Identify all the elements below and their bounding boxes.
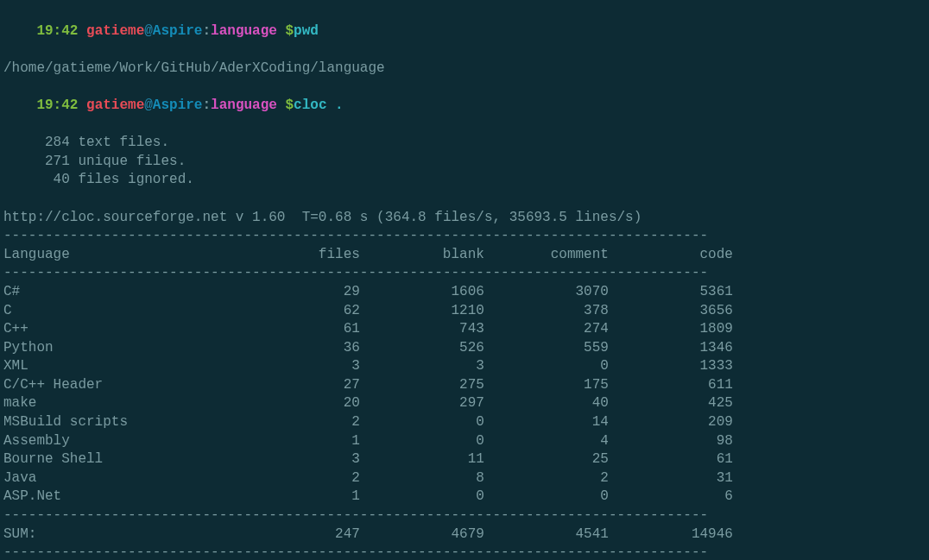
- cell-code: 31: [609, 469, 733, 488]
- cell-comment: 3070: [484, 283, 609, 302]
- cell-code: 5361: [609, 283, 733, 302]
- cell-files: 29: [236, 283, 360, 302]
- cell-blank: 743: [360, 320, 484, 339]
- cell-code: 1346: [609, 339, 733, 358]
- prompt-dollar: $: [277, 23, 294, 39]
- table-row: C/C++ Header27275175611: [3, 376, 733, 395]
- sum-label: SUM:: [3, 525, 236, 544]
- cloc-table: Language files blank comment code: [3, 246, 733, 265]
- table-row: Python365265591346: [3, 339, 733, 358]
- sum-blank: 4679: [360, 525, 484, 544]
- cell-comment: 175: [484, 376, 609, 395]
- cell-language: C: [3, 302, 236, 321]
- blank-line: [3, 190, 926, 209]
- prompt-at: @: [144, 23, 153, 39]
- prompt-time: 19:42: [36, 23, 78, 39]
- cell-blank: 1210: [360, 302, 484, 321]
- pwd-output: /home/gatieme/Work/GitHub/AderXCoding/la…: [3, 60, 926, 79]
- prompt-at: @: [144, 98, 153, 113]
- table-row: make2029740425: [3, 394, 733, 413]
- cell-code: 209: [609, 413, 733, 432]
- cell-blank: 0: [360, 413, 484, 432]
- cell-comment: 274: [484, 320, 609, 339]
- cell-files: 3: [236, 357, 360, 376]
- prompt-user: gatieme: [86, 23, 144, 39]
- cell-comment: 25: [484, 450, 609, 469]
- sum-code: 14946: [609, 525, 733, 544]
- summary-line: 284 text files.: [3, 134, 926, 153]
- prompt-user: gatieme: [86, 98, 144, 113]
- table-row: C#29160630705361: [3, 283, 733, 302]
- prompt-host: Aspire: [153, 23, 203, 39]
- cloc-table-sum: SUM: 247 4679 4541 14946: [3, 525, 733, 544]
- cell-language: Java: [3, 469, 236, 488]
- cell-code: 1333: [609, 357, 733, 376]
- cell-files: 27: [236, 376, 360, 395]
- cell-language: ASP.Net: [3, 488, 236, 507]
- cell-files: 62: [236, 302, 360, 321]
- terminal[interactable]: 19:42 gatieme@Aspire:language $pwd /home…: [3, 3, 926, 560]
- table-row: MSBuild scripts2014209: [3, 413, 733, 432]
- cell-blank: 526: [360, 339, 484, 358]
- prompt-path: language: [211, 23, 277, 39]
- cell-blank: 11: [360, 450, 484, 469]
- cell-language: Python: [3, 339, 236, 358]
- table-row: Bourne Shell3112561: [3, 450, 733, 469]
- cell-code: 6: [609, 488, 733, 507]
- summary-line: 271 unique files.: [3, 153, 926, 172]
- cell-language: make: [3, 394, 236, 413]
- cell-comment: 0: [484, 357, 609, 376]
- cell-language: Assembly: [3, 432, 236, 451]
- table-row: Assembly10498: [3, 432, 733, 451]
- prompt-time: 19:42: [36, 98, 78, 113]
- cell-code: 98: [609, 432, 733, 451]
- prompt-colon: :: [202, 98, 211, 113]
- separator: ----------------------------------------…: [3, 227, 926, 246]
- cell-comment: 2: [484, 469, 609, 488]
- cell-comment: 0: [484, 488, 609, 507]
- cell-code: 1809: [609, 320, 733, 339]
- header-blank: blank: [360, 246, 484, 265]
- prompt-dollar: $: [277, 98, 294, 113]
- stats-line: http://cloc.sourceforge.net v 1.60 T=0.6…: [3, 209, 926, 228]
- sum-comment: 4541: [484, 525, 609, 544]
- cell-blank: 8: [360, 469, 484, 488]
- prompt-line-1: 19:42 gatieme@Aspire:language $pwd: [3, 3, 926, 60]
- cell-language: C++: [3, 320, 236, 339]
- cell-code: 61: [609, 450, 733, 469]
- cell-code: 3656: [609, 302, 733, 321]
- cell-blank: 0: [360, 488, 484, 507]
- cell-files: 2: [236, 469, 360, 488]
- cell-language: Bourne Shell: [3, 450, 236, 469]
- cell-code: 425: [609, 394, 733, 413]
- command-text: pwd: [294, 23, 319, 39]
- separator: ----------------------------------------…: [3, 264, 926, 283]
- header-files: files: [236, 246, 360, 265]
- summary-line: 40 files ignored.: [3, 171, 926, 190]
- separator: ----------------------------------------…: [3, 507, 926, 525]
- cell-files: 61: [236, 320, 360, 339]
- table-row: Java28231: [3, 469, 733, 488]
- cell-comment: 4: [484, 432, 609, 451]
- table-row: C++617432741809: [3, 320, 733, 339]
- cloc-table-body: C#29160630705361C6212103783656C++6174327…: [3, 283, 733, 507]
- cell-files: 2: [236, 413, 360, 432]
- prompt-path: language: [211, 98, 277, 113]
- header-language: Language: [3, 246, 236, 265]
- cell-comment: 40: [484, 394, 609, 413]
- prompt-line-2: 19:42 gatieme@Aspire:language $cloc .: [3, 78, 926, 134]
- cell-language: C/C++ Header: [3, 376, 236, 395]
- command-text: cloc .: [294, 98, 344, 113]
- cell-language: XML: [3, 357, 236, 376]
- cell-comment: 14: [484, 413, 609, 432]
- header-comment: comment: [484, 246, 609, 265]
- table-row: ASP.Net1006: [3, 488, 733, 507]
- table-row: XML3301333: [3, 357, 733, 376]
- prompt-host: Aspire: [153, 98, 203, 113]
- table-header-row: Language files blank comment code: [3, 246, 733, 265]
- cell-files: 36: [236, 339, 360, 358]
- cell-files: 1: [236, 432, 360, 451]
- cell-comment: 378: [484, 302, 609, 321]
- table-row: C6212103783656: [3, 302, 733, 321]
- cell-files: 3: [236, 450, 360, 469]
